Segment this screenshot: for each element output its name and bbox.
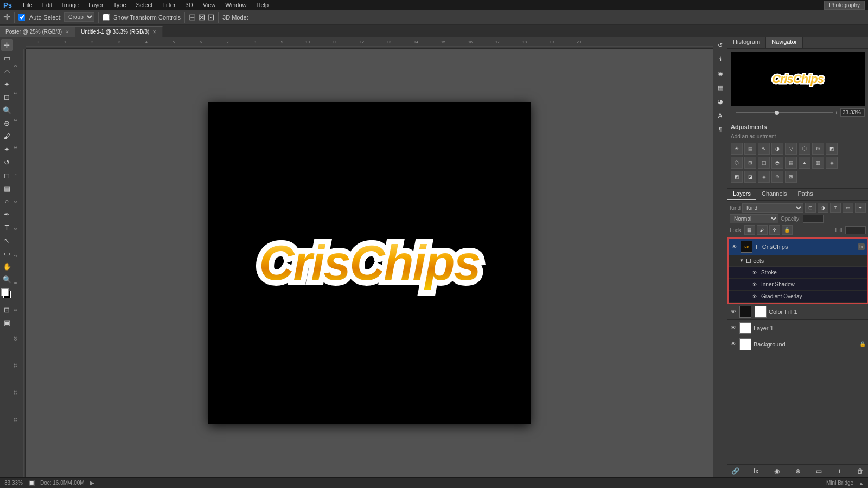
adj-extra-1[interactable]: ◩	[731, 171, 743, 183]
bw-icon[interactable]: ◩	[826, 143, 838, 155]
hand-tool[interactable]: ✋	[1, 260, 13, 272]
photo-filter-icon[interactable]: ⬡	[731, 157, 743, 169]
tab-histogram[interactable]: Histogram	[727, 37, 766, 48]
screen-mode-btn[interactable]: ▣	[1, 317, 13, 329]
layer-style-btn[interactable]: fx	[751, 466, 762, 476]
hsl-icon[interactable]: ⬡	[799, 143, 810, 155]
menu-select[interactable]: Select	[132, 1, 157, 9]
fill-input[interactable]: 100%	[845, 226, 866, 234]
zoom-tool[interactable]: 🔍	[1, 273, 13, 285]
lock-transparent-btn[interactable]: ▦	[744, 225, 755, 235]
layers-tab-layers[interactable]: Layers	[727, 189, 756, 200]
pen-tool[interactable]: ✒	[1, 208, 13, 220]
tab-navigator[interactable]: Navigator	[766, 37, 803, 48]
layer-mask-btn[interactable]: ◉	[771, 466, 782, 476]
auto-select-dropdown[interactable]: Group Layer	[64, 12, 94, 22]
healing-tool[interactable]: ⊕	[1, 117, 13, 129]
menu-help[interactable]: Help	[252, 1, 273, 9]
layer-effect-inner-shadow[interactable]: 👁 Inner Shadow	[729, 279, 867, 291]
info-panel-icon[interactable]: ℹ	[714, 53, 726, 65]
menu-filter[interactable]: Filter	[158, 1, 180, 9]
threshold-icon[interactable]: ▲	[799, 157, 810, 169]
layer-background[interactable]: 👁 Background 🔒	[727, 336, 868, 352]
channel-mixer-icon[interactable]: ⊞	[744, 157, 756, 169]
adjustments-icon[interactable]: ◕	[714, 95, 726, 107]
shape-filter-btn[interactable]: ▭	[843, 203, 853, 213]
delete-layer-btn[interactable]: 🗑	[855, 466, 866, 476]
posterize-icon[interactable]: ▤	[785, 157, 797, 169]
type-filter-btn[interactable]: T	[830, 203, 841, 213]
quick-mask-tool[interactable]: ⊡	[1, 304, 13, 316]
tab-untitled[interactable]: Untitled-1 @ 33.3% (RGB/8) ✕	[75, 26, 163, 37]
layer-color-fill-visibility[interactable]: 👁	[730, 308, 737, 316]
type-tool[interactable]: T	[1, 221, 13, 233]
nav-zoom-slider[interactable]	[736, 112, 832, 113]
layers-tab-paths[interactable]: Paths	[793, 189, 819, 200]
layer-effect-gradient-overlay[interactable]: 👁 Gradient Overlay	[729, 291, 867, 303]
adj-extra-2[interactable]: ◪	[744, 171, 756, 183]
color-swatches[interactable]	[1, 288, 13, 300]
vibrance-icon[interactable]: ▽	[785, 143, 797, 155]
dodge-tool[interactable]: ○	[1, 195, 13, 207]
workspace-button[interactable]: Photography	[824, 1, 865, 10]
marquee-tool[interactable]: ▭	[1, 52, 13, 64]
wand-tool[interactable]: ✦	[1, 78, 13, 90]
layer-crischips-visibility[interactable]: 👁	[731, 243, 738, 251]
layer-crischips[interactable]: 👁 Cc T CrisChips fx	[729, 239, 867, 255]
clone-stamp-tool[interactable]: ✦	[1, 143, 13, 155]
new-layer-btn[interactable]: +	[834, 466, 845, 476]
eyedropper-tool[interactable]: 🔍	[1, 104, 13, 116]
crop-tool[interactable]: ⊡	[1, 91, 13, 103]
nav-zoom-plus[interactable]: +	[835, 110, 838, 116]
menu-type[interactable]: Type	[109, 1, 131, 9]
menu-window[interactable]: Window	[221, 1, 251, 9]
paragraph-icon[interactable]: ¶	[714, 124, 726, 136]
layers-tab-channels[interactable]: Channels	[756, 189, 792, 200]
canvas-scroll[interactable]: CrisChips CrisChips	[26, 49, 713, 477]
lock-image-btn[interactable]: 🖌	[757, 225, 768, 235]
layer-color-fill[interactable]: 👁 Color Fill 1	[727, 304, 868, 320]
character-icon[interactable]: A	[714, 110, 726, 121]
eraser-tool[interactable]: ◻	[1, 169, 13, 181]
layer-bg-visibility[interactable]: 👁	[730, 341, 737, 348]
new-group-btn[interactable]: ▭	[813, 466, 824, 476]
lock-position-btn[interactable]: ✛	[769, 225, 780, 235]
history-tool[interactable]: ↺	[1, 156, 13, 168]
nav-zoom-minus[interactable]: −	[731, 110, 734, 116]
shape-tool[interactable]: ▭	[1, 247, 13, 259]
link-layers-btn[interactable]: 🔗	[730, 466, 741, 476]
stroke-visibility[interactable]: 👁	[750, 269, 758, 277]
layer-1-visibility[interactable]: 👁	[730, 324, 737, 332]
path-selection-tool[interactable]: ↖	[1, 234, 13, 246]
layer-effect-stroke[interactable]: 👁 Stroke	[729, 267, 867, 279]
exposure-icon[interactable]: ◑	[771, 143, 783, 155]
menu-layer[interactable]: Layer	[84, 1, 108, 9]
curves-icon[interactable]: ∿	[758, 143, 770, 155]
color-lookup-icon[interactable]: ◰	[758, 157, 770, 169]
menu-3d[interactable]: 3D	[181, 1, 197, 9]
invert-icon[interactable]: ◓	[771, 157, 783, 169]
color-balance-icon[interactable]: ⊕	[812, 143, 824, 155]
adj-extra-3[interactable]: ◈	[758, 171, 770, 183]
opacity-input[interactable]: 100%	[803, 215, 824, 223]
tab-poster-close[interactable]: ✕	[65, 29, 69, 35]
lock-all-btn[interactable]: 🔒	[782, 225, 793, 235]
brightness-contrast-icon[interactable]: ☀	[731, 143, 743, 155]
menu-file[interactable]: File	[18, 1, 37, 9]
selective-color-icon[interactable]: ◈	[826, 157, 838, 169]
tab-untitled-close[interactable]: ✕	[152, 29, 157, 35]
blend-mode-select[interactable]: Normal	[730, 214, 778, 223]
gradient-map-icon[interactable]: ▥	[812, 157, 824, 169]
menu-image[interactable]: Image	[58, 1, 84, 9]
adj-extra-5[interactable]: ⊠	[785, 171, 797, 183]
pixel-filter-btn[interactable]: ⊡	[805, 203, 816, 213]
history-panel-icon[interactable]: ↺	[714, 39, 726, 51]
filter-kind-select[interactable]: Kind	[742, 203, 803, 213]
brush-tool[interactable]: 🖌	[1, 130, 13, 142]
new-fill-layer-btn[interactable]: ⊕	[793, 466, 803, 476]
levels-icon[interactable]: ▤	[744, 143, 756, 155]
transform-controls-checkbox[interactable]	[103, 14, 110, 21]
layer-1[interactable]: 👁 Layer 1	[727, 320, 868, 336]
inner-shadow-visibility[interactable]: 👁	[750, 281, 758, 288]
effects-header[interactable]: ▼ Effects	[729, 255, 867, 267]
